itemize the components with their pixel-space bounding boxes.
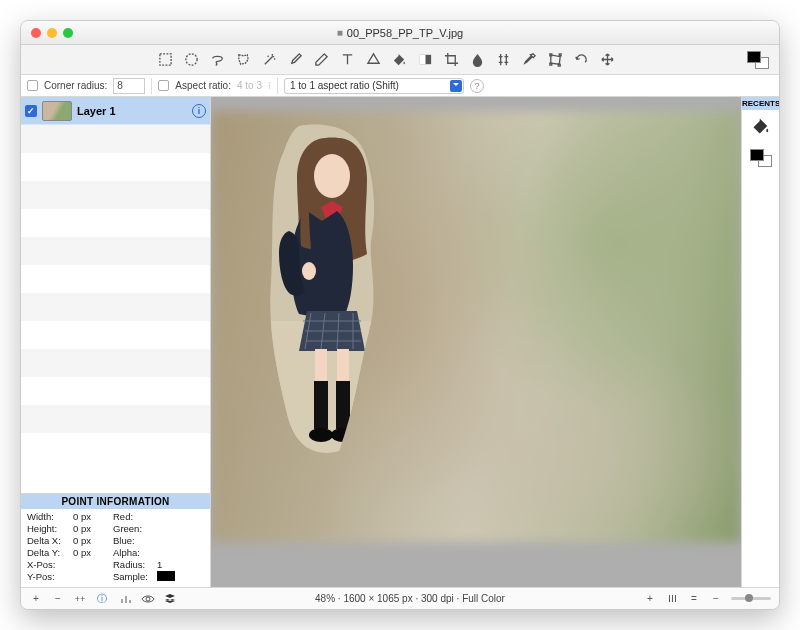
move-tool-icon[interactable] [597,50,617,70]
titlebar: ■ 00_PP58_PP_TP_V.jpg [21,21,779,45]
aspect-preset-dropdown[interactable]: 1 to 1 aspect ratio (Shift) [284,78,464,94]
gradient-tool-icon[interactable] [415,50,435,70]
svg-rect-0 [159,54,170,65]
canvas-image[interactable] [211,111,741,542]
close-button[interactable] [31,28,41,38]
fit-button[interactable]: = [687,592,701,606]
alpha-value [157,547,193,558]
green-label: Green: [113,523,153,534]
deltay-label: Delta Y: [27,547,69,558]
lasso-tool-icon[interactable] [207,50,227,70]
transform-tool-icon[interactable] [545,50,565,70]
color-mode: Full Color [462,593,505,604]
align-tool-icon[interactable] [493,50,513,70]
traffic-lights [31,28,73,38]
aspect-label: Aspect ratio: [175,80,231,91]
svg-point-7 [302,262,316,280]
visibility-icon[interactable] [141,592,155,606]
polygon-lasso-tool-icon[interactable] [233,50,253,70]
status-info: 48% · 1600 × 1065 px · 300 dpi · Full Co… [187,593,633,604]
crop-tool-icon[interactable] [441,50,461,70]
eyedropper-tool-icon[interactable] [519,50,539,70]
zoom-in-button[interactable]: + [643,592,657,606]
height-value: 0 px [73,523,109,534]
layer-row[interactable]: ✓ Layer 1 i [21,97,210,125]
aspect-checkbox[interactable] [158,80,169,91]
recent-fill-tool-icon[interactable] [747,114,775,138]
shape-tool-icon[interactable] [363,50,383,70]
zoom-out-button[interactable]: − [709,592,723,606]
xpos-label: X-Pos: [27,559,69,570]
blue-label: Blue: [113,535,153,546]
canvas-area[interactable] [211,97,741,587]
rotate-tool-icon[interactable] [571,50,591,70]
image-dpi: 300 dpi [421,593,454,604]
foreground-color[interactable] [747,51,761,63]
sample-label: Sample: [113,571,153,583]
xpos-value [73,559,109,570]
status-bar: + − ++ ⓘ 48% · 1600 × 1065 px · 300 dpi … [21,587,779,609]
app-window: ■ 00_PP58_PP_TP_V.jpg Corner radius: [20,20,780,610]
corner-radius-checkbox[interactable] [27,80,38,91]
layer-visibility-checkbox[interactable]: ✓ [25,105,37,117]
minimize-button[interactable] [47,28,57,38]
fill-tool-icon[interactable] [389,50,409,70]
canvas-viewport [211,97,741,587]
layer-name: Layer 1 [77,105,116,117]
levels-icon[interactable] [119,592,133,606]
corner-radius-input[interactable]: 8 [113,78,145,94]
blue-value [157,535,193,546]
actual-size-button[interactable]: ⅠⅠⅠ [665,592,679,606]
magic-wand-tool-icon[interactable] [259,50,279,70]
image-dimensions: 1600 × 1065 px [343,593,412,604]
help-button[interactable]: ? [470,79,484,93]
workspace: ✓ Layer 1 i POINT INFORMATION Width: 0 p… [21,97,779,587]
blur-tool-icon[interactable] [467,50,487,70]
ellipse-select-tool-icon[interactable] [181,50,201,70]
aspect-stepper-icon[interactable]: ⁝ [268,80,271,91]
svg-point-12 [309,428,333,442]
svg-rect-10 [314,381,328,429]
height-label: Height: [27,523,69,534]
layer-controls: + − ++ ⓘ [29,592,109,606]
remove-layer-button[interactable]: − [51,592,65,606]
view-controls [119,592,177,606]
zoom-level: 48% [315,593,335,604]
text-tool-icon[interactable] [337,50,357,70]
brush-tool-icon[interactable] [285,50,305,70]
recents-panel: RECENTS [741,97,779,587]
sample-swatch [157,571,193,583]
red-value [157,511,193,522]
duplicate-layer-button[interactable]: ++ [73,592,87,606]
svg-point-6 [314,154,350,198]
svg-rect-11 [336,381,350,429]
color-swatch[interactable] [747,51,769,69]
zoom-slider[interactable] [731,597,771,600]
aspect-value: 4 to 3 [237,80,262,91]
main-toolbar [21,45,779,75]
width-label: Width: [27,511,69,522]
pencil-tool-icon[interactable] [311,50,331,70]
red-label: Red: [113,511,153,522]
zoom-button[interactable] [63,28,73,38]
svg-point-13 [331,428,355,442]
point-info-header: POINT INFORMATION [21,494,210,509]
recent-color-swatch[interactable] [747,146,775,170]
layer-info-button[interactable]: i [192,104,206,118]
layer-thumbnail[interactable] [42,101,72,121]
rect-select-tool-icon[interactable] [155,50,175,70]
add-layer-button[interactable]: + [29,592,43,606]
zoom-controls: + ⅠⅠⅠ = − [643,592,771,606]
svg-rect-3 [419,55,425,64]
ypos-label: Y-Pos: [27,571,69,583]
recents-header: RECENTS [742,97,779,110]
layer-info-icon[interactable]: ⓘ [95,592,109,606]
ypos-value [73,571,109,583]
window-title: ■ 00_PP58_PP_TP_V.jpg [337,27,463,39]
layers-list: ✓ Layer 1 i [21,97,210,493]
deltax-label: Delta X: [27,535,69,546]
layers-stack-icon[interactable] [163,592,177,606]
modified-indicator: ■ [337,27,343,38]
radius-label: Radius: [113,559,153,570]
corner-radius-label: Corner radius: [44,80,107,91]
